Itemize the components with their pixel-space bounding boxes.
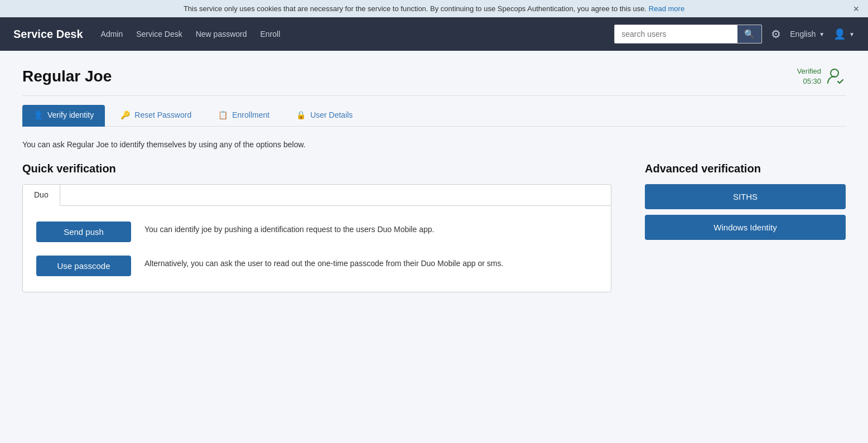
panel-body: Send push You can identify joe by pushin…: [23, 206, 611, 292]
use-passcode-row: Use passcode Alternatively, you can ask …: [36, 256, 597, 276]
tab-user-details-label: User Details: [310, 110, 353, 119]
topnav-right: 🔍 ⚙ English ▼ 👤 ▼: [614, 25, 855, 44]
tab-user-details[interactable]: 🔒 User Details: [285, 105, 364, 127]
read-more-link[interactable]: Read more: [649, 4, 684, 13]
cookie-banner: This service only uses cookies that are …: [0, 0, 868, 17]
content-columns: Quick verification Duo Send push You can…: [22, 162, 846, 292]
language-selector[interactable]: English ▼: [790, 30, 824, 38]
verified-time: 05:30: [797, 76, 821, 86]
windows-identity-button[interactable]: Windows Identity: [645, 215, 846, 240]
send-push-button[interactable]: Send push: [36, 222, 131, 242]
chevron-down-icon: ▼: [819, 31, 824, 37]
tab-reset-password[interactable]: 🔑 Reset Password: [109, 105, 202, 127]
tab-reset-label: Reset Password: [134, 110, 191, 119]
main-content: Regular Joe Verified 05:30 👤 Verify iden…: [0, 51, 868, 443]
nav-enroll[interactable]: Enroll: [261, 27, 281, 41]
brand-logo: Service Desk: [13, 28, 83, 41]
panel-tab-bar: Duo: [23, 185, 611, 206]
verified-user-icon: [826, 66, 846, 86]
nav-links: Admin Service Desk New password Enroll: [101, 27, 615, 41]
duo-tab[interactable]: Duo: [23, 185, 60, 206]
search-wrapper: 🔍: [614, 25, 762, 44]
quick-verification-title: Quick verification: [22, 162, 611, 175]
verify-identity-icon: 👤: [33, 110, 43, 119]
verified-label: Verified: [797, 66, 821, 76]
search-input[interactable]: [615, 26, 737, 42]
nav-service-desk[interactable]: Service Desk: [136, 27, 182, 41]
user-menu-button[interactable]: 👤 ▼: [833, 28, 855, 40]
page-title: Regular Joe: [22, 68, 112, 85]
top-navigation: Service Desk Admin Service Desk New pass…: [0, 17, 868, 51]
enrollment-icon: 📋: [218, 110, 228, 119]
user-details-icon: 🔒: [296, 110, 306, 119]
duo-tab-panel: Duo Send push You can identify joe by pu…: [22, 184, 611, 292]
reset-password-icon: 🔑: [120, 110, 130, 119]
tab-bar: 👤 Verify identity 🔑 Reset Password 📋 Enr…: [22, 105, 846, 127]
tab-verify-identity[interactable]: 👤 Verify identity: [22, 105, 105, 127]
tab-enrollment-label: Enrollment: [232, 110, 269, 119]
nav-new-password[interactable]: New password: [196, 27, 247, 41]
tab-verify-label: Verify identity: [47, 110, 94, 119]
search-button[interactable]: 🔍: [737, 25, 761, 43]
intro-text: You can ask Regular Joe to identify them…: [22, 140, 846, 149]
verified-badge: Verified 05:30: [797, 66, 846, 86]
siths-button[interactable]: SITHS: [645, 184, 846, 209]
tab-enrollment[interactable]: 📋 Enrollment: [207, 105, 281, 127]
use-passcode-button[interactable]: Use passcode: [36, 256, 131, 276]
cookie-close-button[interactable]: ×: [853, 3, 859, 15]
settings-icon[interactable]: ⚙: [771, 27, 781, 41]
quick-verification-section: Quick verification Duo Send push You can…: [22, 162, 611, 292]
page-header: Regular Joe Verified 05:30: [22, 66, 846, 96]
send-push-row: Send push You can identify joe by pushin…: [36, 222, 597, 242]
svg-point-0: [831, 69, 838, 77]
advanced-verification-title: Advanced verification: [645, 162, 846, 175]
advanced-verification-section: Advanced verification SITHS Windows Iden…: [645, 162, 846, 245]
nav-admin[interactable]: Admin: [101, 27, 123, 41]
cookie-text: This service only uses cookies that are …: [184, 4, 647, 13]
language-label: English: [790, 30, 816, 38]
use-passcode-description: Alternatively, you can ask the user to r…: [144, 256, 503, 269]
chevron-down-icon: ▼: [849, 31, 855, 37]
send-push-description: You can identify joe by pushing a identi…: [144, 222, 434, 235]
user-avatar-icon: 👤: [833, 28, 846, 40]
